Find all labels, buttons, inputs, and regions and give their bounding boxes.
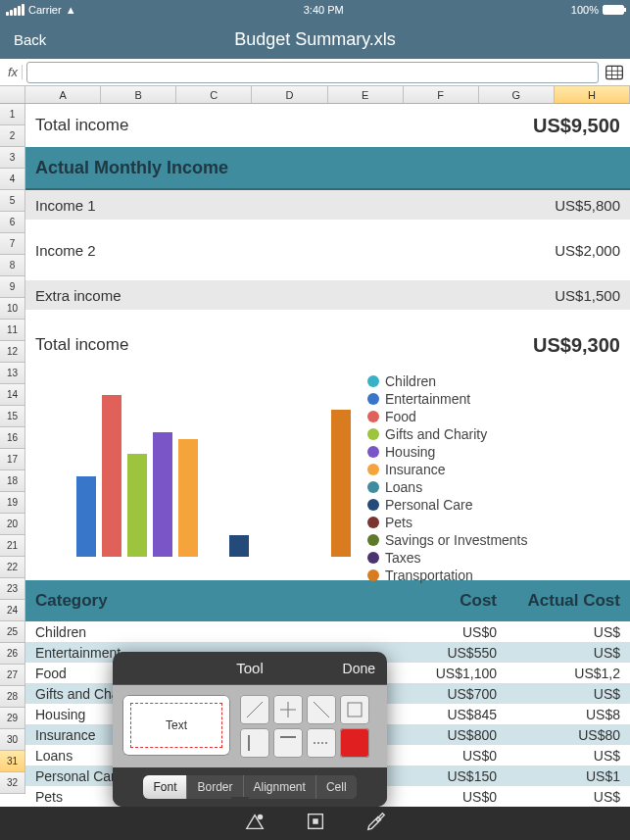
formula-input[interactable] bbox=[26, 62, 599, 83]
total-income-actual-row: Total income US$9,300 bbox=[25, 325, 630, 365]
preset-box[interactable] bbox=[340, 695, 369, 724]
column-header-B[interactable]: B bbox=[101, 86, 176, 103]
row-header-23[interactable]: 23 bbox=[0, 578, 25, 600]
clock: 3:40 PM bbox=[304, 4, 344, 16]
row-header-10[interactable]: 10 bbox=[0, 298, 25, 320]
row-header-29[interactable]: 29 bbox=[0, 708, 25, 729]
carrier-label: Carrier bbox=[28, 4, 62, 16]
bar-insurance bbox=[178, 439, 198, 557]
row-header-7[interactable]: 7 bbox=[0, 233, 25, 255]
legend-swatch bbox=[367, 534, 379, 546]
svg-rect-0 bbox=[606, 66, 623, 78]
row-header-21[interactable]: 21 bbox=[0, 535, 25, 557]
column-header-E[interactable]: E bbox=[328, 86, 404, 103]
insert-tool-button[interactable] bbox=[244, 811, 266, 836]
preset-top[interactable] bbox=[273, 728, 303, 758]
document-title: Budget Summary.xls bbox=[234, 29, 396, 50]
svg-point-13 bbox=[257, 815, 263, 820]
svg-rect-15 bbox=[313, 818, 318, 824]
preset-cross[interactable] bbox=[273, 695, 303, 724]
legend-swatch bbox=[367, 411, 379, 422]
style-preset-grid bbox=[240, 695, 369, 758]
row-header-22[interactable]: 22 bbox=[0, 557, 25, 578]
style-preview: Text bbox=[122, 695, 230, 756]
column-header-A[interactable]: A bbox=[25, 86, 101, 103]
legend-swatch bbox=[367, 517, 379, 528]
row-header-17[interactable]: 17 bbox=[0, 449, 25, 470]
legend-item: Insurance bbox=[367, 461, 622, 478]
row-header-9[interactable]: 9 bbox=[0, 276, 25, 298]
row-header-3[interactable]: 3 bbox=[0, 147, 25, 169]
formula-bar: fx bbox=[0, 59, 630, 86]
row-header-31[interactable]: 31 bbox=[0, 751, 25, 772]
legend-item: Entertainment bbox=[367, 390, 622, 408]
preset-left[interactable] bbox=[240, 728, 269, 758]
preset-fill-red[interactable] bbox=[340, 728, 369, 758]
row-header-13[interactable]: 13 bbox=[0, 363, 25, 384]
category-table-header: Category Cost Actual Cost bbox=[25, 580, 630, 621]
bar-entertainment bbox=[76, 476, 96, 558]
tab-font[interactable]: Font bbox=[143, 775, 187, 799]
row-header-11[interactable]: 11 bbox=[0, 320, 25, 341]
income-row: Income 2US$2,000 bbox=[25, 235, 630, 265]
select-all-corner[interactable] bbox=[0, 86, 25, 103]
legend-swatch bbox=[367, 446, 379, 458]
legend-item: Pets bbox=[367, 514, 622, 531]
svg-rect-9 bbox=[348, 703, 362, 716]
svg-line-5 bbox=[247, 702, 263, 717]
row-header-26[interactable]: 26 bbox=[0, 643, 25, 665]
bar-transportation bbox=[331, 410, 351, 557]
row-header-27[interactable]: 27 bbox=[0, 665, 25, 686]
row-header-15[interactable]: 15 bbox=[0, 406, 25, 427]
row-header-20[interactable]: 20 bbox=[0, 514, 25, 535]
row-header-25[interactable]: 25 bbox=[0, 621, 25, 643]
row-header-4[interactable]: 4 bbox=[0, 169, 25, 190]
tab-alignment[interactable]: Alignment bbox=[244, 775, 316, 799]
row-header-30[interactable]: 30 bbox=[0, 729, 25, 751]
preset-diag1[interactable] bbox=[240, 695, 269, 724]
settings-tool-button[interactable] bbox=[365, 811, 387, 836]
column-header-C[interactable]: C bbox=[176, 86, 252, 103]
keypad-button[interactable] bbox=[603, 62, 626, 83]
row-header-16[interactable]: 16 bbox=[0, 427, 25, 449]
row-header-32[interactable]: 32 bbox=[0, 772, 25, 794]
row-header-8[interactable]: 8 bbox=[0, 255, 25, 276]
row-header-6[interactable]: 6 bbox=[0, 212, 25, 233]
row-header-18[interactable]: 18 bbox=[0, 470, 25, 492]
tool-popover: Tool Done Text FontBorderAlignmentCell bbox=[113, 652, 387, 807]
row-header-28[interactable]: 28 bbox=[0, 686, 25, 708]
column-headers: ABCDEFGH bbox=[0, 86, 630, 104]
preset-dash[interactable] bbox=[307, 728, 336, 758]
tab-border[interactable]: Border bbox=[187, 775, 243, 799]
legend-swatch bbox=[367, 552, 379, 564]
legend-swatch bbox=[367, 569, 379, 581]
tab-cell[interactable]: Cell bbox=[316, 775, 357, 799]
wifi-icon: ▲ bbox=[66, 4, 76, 16]
row-header-14[interactable]: 14 bbox=[0, 384, 25, 406]
preset-diag2[interactable] bbox=[307, 695, 336, 724]
column-header-H[interactable]: H bbox=[555, 86, 630, 103]
bar-chart bbox=[33, 369, 367, 565]
row-header-5[interactable]: 5 bbox=[0, 190, 25, 212]
column-header-G[interactable]: G bbox=[479, 86, 555, 103]
total-income-projected-row: Total income US$9,500 bbox=[25, 104, 630, 147]
row-header-12[interactable]: 12 bbox=[0, 341, 25, 363]
table-row[interactable]: ChildrenUS$0US$ bbox=[25, 621, 630, 642]
bar-housing bbox=[153, 432, 172, 557]
row-header-24[interactable]: 24 bbox=[0, 600, 25, 621]
column-header-D[interactable]: D bbox=[252, 86, 327, 103]
legend-item: Personal Care bbox=[367, 496, 622, 514]
row-headers: 1234567891011121314151617181920212223242… bbox=[0, 104, 25, 807]
legend-item: Food bbox=[367, 408, 622, 425]
format-tabs: FontBorderAlignmentCell bbox=[143, 775, 356, 799]
back-button[interactable]: Back bbox=[14, 31, 46, 48]
column-header-F[interactable]: F bbox=[404, 86, 479, 103]
bottom-toolbar bbox=[0, 807, 630, 840]
legend-item: Children bbox=[367, 372, 622, 390]
row-header-2[interactable]: 2 bbox=[0, 125, 25, 147]
signal-icon bbox=[6, 4, 24, 16]
row-header-19[interactable]: 19 bbox=[0, 492, 25, 514]
done-button[interactable]: Done bbox=[343, 661, 375, 676]
row-header-1[interactable]: 1 bbox=[0, 104, 25, 125]
format-tool-button[interactable] bbox=[305, 811, 326, 836]
